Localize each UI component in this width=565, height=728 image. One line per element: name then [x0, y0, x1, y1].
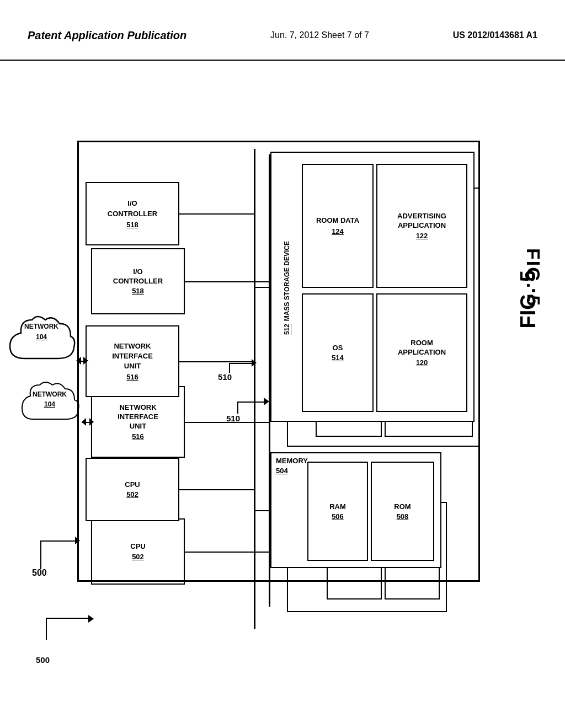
fig-5-label: FIG. 5 — [523, 248, 544, 307]
bus-arrow-510-v — [229, 363, 230, 373]
cpu-text: CPU — [125, 480, 140, 489]
adv-app-cell2: ADVERTISINGAPPLICATION 122 — [376, 164, 467, 288]
room-data-cell: ROOM DATA 124 — [302, 164, 374, 288]
io-text: I/OCONTROLLER — [108, 199, 157, 218]
rom-cell2: ROM 508 — [371, 462, 434, 561]
arrow-500-h — [40, 540, 78, 542]
memory-num: 504 — [276, 467, 288, 475]
io-controller-box: I/OCONTROLLER 518 — [86, 182, 179, 245]
mem-bus-line — [254, 510, 270, 511]
os-cell2: OS 514 — [302, 293, 374, 412]
niu-box2: NETWORKINTERFACEUNIT 516 — [86, 325, 179, 397]
label-500-text: 500 — [32, 568, 47, 578]
diagram-overlay: I/OCONTROLLER 518 NETWORKINTERFACEUNIT 5… — [0, 61, 565, 728]
mass-storage-vert-label: MASS STORAGE DEVICE 512 — [276, 153, 298, 423]
room-app-cell2: ROOMAPPLICATION 120 — [376, 293, 467, 412]
network-text: NETWORK 104 — [14, 323, 69, 341]
patent-number: US 2012/0143681 A1 — [453, 30, 537, 40]
arrow-500-v — [40, 540, 41, 569]
publication-label: Patent Application Publication — [28, 29, 186, 42]
bus-vertical — [254, 149, 255, 629]
bus-arrow-510-head — [252, 359, 257, 367]
niu-text: NETWORKINTERFACEUNIT — [112, 341, 153, 372]
memory-text: MEMORY — [276, 457, 308, 465]
net-arrow-right — [83, 357, 88, 365]
io-conn — [179, 213, 254, 215]
bus-arrow-510-h — [229, 363, 254, 364]
memory-outer: MEMORY 504 RAM 506 ROM 508 — [270, 452, 441, 568]
network-cloud2: NETWORK 104 — [6, 309, 77, 378]
ms-bus-line — [254, 287, 270, 288]
arrow-500-head — [75, 537, 80, 544]
niu-num: 516 — [126, 373, 138, 381]
ram-cell2: RAM 506 — [307, 462, 368, 561]
sheet-info: Jun. 7, 2012 Sheet 7 of 7 — [270, 30, 369, 40]
cpu-box2: CPU 502 — [86, 458, 179, 521]
niu-conn — [179, 361, 254, 362]
io-num: 518 — [126, 221, 138, 229]
cpu-conn — [179, 489, 254, 490]
net-arrow-left — [76, 357, 81, 365]
mass-storage-outer: MASS STORAGE DEVICE 512 OS 514 ROOMAPPLI… — [270, 152, 475, 422]
page-header: Patent Application Publication Jun. 7, 2… — [0, 0, 565, 61]
bus-label-510: 510 — [218, 372, 232, 382]
cpu-num: 502 — [126, 490, 138, 499]
